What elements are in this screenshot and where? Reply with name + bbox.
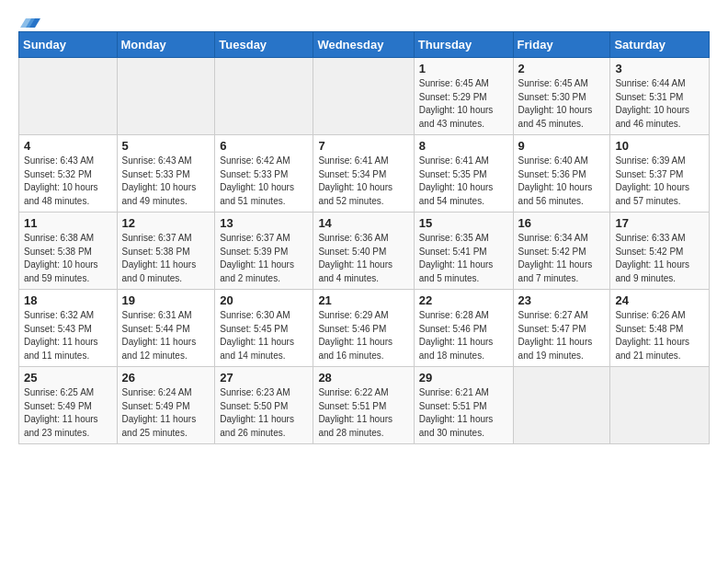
calendar-cell [313,58,414,135]
calendar-cell: 23Sunrise: 6:27 AM Sunset: 5:47 PM Dayli… [513,290,610,367]
day-info: Sunrise: 6:42 AM Sunset: 5:33 PM Dayligh… [220,155,308,208]
calendar-cell: 2Sunrise: 6:45 AM Sunset: 5:30 PM Daylig… [513,58,610,135]
day-number: 11 [24,216,112,230]
calendar-body: 1Sunrise: 6:45 AM Sunset: 5:29 PM Daylig… [19,58,710,444]
day-number: 21 [318,293,408,307]
day-info: Sunrise: 6:43 AM Sunset: 5:33 PM Dayligh… [122,155,210,208]
day-number: 10 [615,139,704,153]
calendar-week-row: 25Sunrise: 6:25 AM Sunset: 5:49 PM Dayli… [19,367,710,444]
weekday-header-friday: Friday [513,32,610,58]
calendar-cell [117,58,215,135]
calendar: SundayMondayTuesdayWednesdayThursdayFrid… [18,31,710,444]
day-number: 12 [122,216,210,230]
calendar-cell: 1Sunrise: 6:45 AM Sunset: 5:29 PM Daylig… [414,58,513,135]
day-number: 22 [419,293,508,307]
day-info: Sunrise: 6:22 AM Sunset: 5:51 PM Dayligh… [318,386,408,440]
calendar-cell: 15Sunrise: 6:35 AM Sunset: 5:41 PM Dayli… [414,213,513,290]
calendar-cell: 3Sunrise: 6:44 AM Sunset: 5:31 PM Daylig… [610,58,710,135]
calendar-cell: 11Sunrise: 6:38 AM Sunset: 5:38 PM Dayli… [19,213,118,290]
logo [18,15,40,26]
calendar-cell: 26Sunrise: 6:24 AM Sunset: 5:49 PM Dayli… [117,367,215,444]
day-number: 13 [220,216,308,230]
day-info: Sunrise: 6:28 AM Sunset: 5:46 PM Dayligh… [419,309,508,362]
day-number: 18 [24,293,112,307]
day-info: Sunrise: 6:38 AM Sunset: 5:38 PM Dayligh… [24,232,112,285]
calendar-cell: 6Sunrise: 6:42 AM Sunset: 5:33 PM Daylig… [215,135,313,213]
day-number: 3 [615,62,704,75]
day-info: Sunrise: 6:32 AM Sunset: 5:43 PM Dayligh… [24,309,112,362]
day-info: Sunrise: 6:41 AM Sunset: 5:34 PM Dayligh… [318,155,408,208]
weekday-header-wednesday: Wednesday [313,32,414,58]
page: SundayMondayTuesdayWednesdayThursdayFrid… [0,0,728,563]
calendar-cell: 4Sunrise: 6:43 AM Sunset: 5:32 PM Daylig… [19,135,118,213]
calendar-cell: 18Sunrise: 6:32 AM Sunset: 5:43 PM Dayli… [19,290,118,367]
day-number: 5 [122,139,210,153]
day-number: 27 [220,371,308,385]
day-info: Sunrise: 6:24 AM Sunset: 5:49 PM Dayligh… [122,386,210,440]
calendar-header-row: SundayMondayTuesdayWednesdayThursdayFrid… [19,32,710,58]
calendar-cell: 21Sunrise: 6:29 AM Sunset: 5:46 PM Dayli… [313,290,414,367]
weekday-header-monday: Monday [117,32,215,58]
weekday-header-saturday: Saturday [610,32,710,58]
day-info: Sunrise: 6:37 AM Sunset: 5:38 PM Dayligh… [122,232,210,285]
day-info: Sunrise: 6:34 AM Sunset: 5:42 PM Dayligh… [518,232,606,285]
day-number: 8 [419,139,508,153]
logo-icon [20,11,40,31]
calendar-week-row: 11Sunrise: 6:38 AM Sunset: 5:38 PM Dayli… [19,213,710,290]
calendar-cell: 5Sunrise: 6:43 AM Sunset: 5:33 PM Daylig… [117,135,215,213]
day-number: 19 [122,293,210,307]
day-number: 4 [24,139,112,153]
day-info: Sunrise: 6:21 AM Sunset: 5:51 PM Dayligh… [419,386,508,440]
day-info: Sunrise: 6:41 AM Sunset: 5:35 PM Dayligh… [419,155,508,208]
day-info: Sunrise: 6:33 AM Sunset: 5:42 PM Dayligh… [615,232,704,285]
calendar-cell: 7Sunrise: 6:41 AM Sunset: 5:34 PM Daylig… [313,135,414,213]
day-info: Sunrise: 6:45 AM Sunset: 5:30 PM Dayligh… [518,77,606,131]
weekday-header-thursday: Thursday [414,32,513,58]
day-info: Sunrise: 6:36 AM Sunset: 5:40 PM Dayligh… [318,232,408,285]
calendar-cell: 17Sunrise: 6:33 AM Sunset: 5:42 PM Dayli… [610,213,710,290]
day-info: Sunrise: 6:27 AM Sunset: 5:47 PM Dayligh… [518,309,606,362]
day-number: 23 [518,293,606,307]
calendar-cell: 8Sunrise: 6:41 AM Sunset: 5:35 PM Daylig… [414,135,513,213]
calendar-cell [215,58,313,135]
day-number: 26 [122,371,210,385]
calendar-cell [19,58,118,135]
day-info: Sunrise: 6:35 AM Sunset: 5:41 PM Dayligh… [419,232,508,285]
calendar-cell: 24Sunrise: 6:26 AM Sunset: 5:48 PM Dayli… [610,290,710,367]
header [18,15,710,26]
day-number: 16 [518,216,606,230]
calendar-cell [513,367,610,444]
calendar-cell: 13Sunrise: 6:37 AM Sunset: 5:39 PM Dayli… [215,213,313,290]
day-number: 25 [24,371,112,385]
calendar-cell: 28Sunrise: 6:22 AM Sunset: 5:51 PM Dayli… [313,367,414,444]
calendar-cell: 29Sunrise: 6:21 AM Sunset: 5:51 PM Dayli… [414,367,513,444]
calendar-cell: 16Sunrise: 6:34 AM Sunset: 5:42 PM Dayli… [513,213,610,290]
calendar-cell: 20Sunrise: 6:30 AM Sunset: 5:45 PM Dayli… [215,290,313,367]
day-info: Sunrise: 6:23 AM Sunset: 5:50 PM Dayligh… [220,386,308,440]
calendar-cell: 9Sunrise: 6:40 AM Sunset: 5:36 PM Daylig… [513,135,610,213]
calendar-cell: 27Sunrise: 6:23 AM Sunset: 5:50 PM Dayli… [215,367,313,444]
day-info: Sunrise: 6:44 AM Sunset: 5:31 PM Dayligh… [615,77,704,131]
day-number: 1 [419,62,508,75]
day-info: Sunrise: 6:43 AM Sunset: 5:32 PM Dayligh… [24,155,112,208]
day-number: 17 [615,216,704,230]
day-info: Sunrise: 6:37 AM Sunset: 5:39 PM Dayligh… [220,232,308,285]
calendar-cell [610,367,710,444]
calendar-cell: 10Sunrise: 6:39 AM Sunset: 5:37 PM Dayli… [610,135,710,213]
day-number: 6 [220,139,308,153]
day-info: Sunrise: 6:40 AM Sunset: 5:36 PM Dayligh… [518,155,606,208]
day-info: Sunrise: 6:29 AM Sunset: 5:46 PM Dayligh… [318,309,408,362]
calendar-cell: 12Sunrise: 6:37 AM Sunset: 5:38 PM Dayli… [117,213,215,290]
calendar-cell: 14Sunrise: 6:36 AM Sunset: 5:40 PM Dayli… [313,213,414,290]
calendar-cell: 25Sunrise: 6:25 AM Sunset: 5:49 PM Dayli… [19,367,118,444]
day-number: 9 [518,139,606,153]
day-number: 24 [615,293,704,307]
day-number: 2 [518,62,606,75]
day-number: 15 [419,216,508,230]
weekday-header-sunday: Sunday [19,32,118,58]
weekday-header-tuesday: Tuesday [215,32,313,58]
day-info: Sunrise: 6:39 AM Sunset: 5:37 PM Dayligh… [615,155,704,208]
day-info: Sunrise: 6:45 AM Sunset: 5:29 PM Dayligh… [419,77,508,131]
calendar-week-row: 1Sunrise: 6:45 AM Sunset: 5:29 PM Daylig… [19,58,710,135]
calendar-week-row: 18Sunrise: 6:32 AM Sunset: 5:43 PM Dayli… [19,290,710,367]
